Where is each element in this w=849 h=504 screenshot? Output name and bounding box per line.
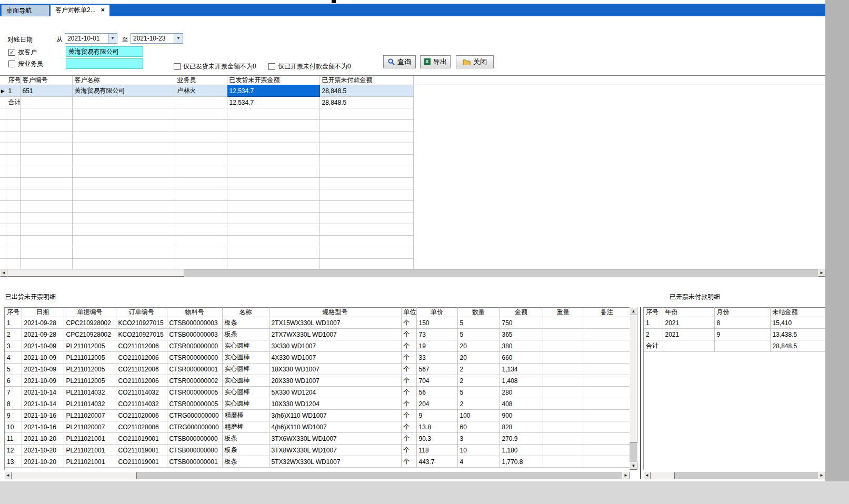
cell[interactable]: 9 xyxy=(5,410,22,421)
cell[interactable]: 13.8 xyxy=(416,421,457,433)
invoiced-hscrollbar[interactable]: ◄ ► xyxy=(643,472,825,479)
cell[interactable]: CTSB000000003 xyxy=(167,329,222,340)
cell[interactable]: CTSR000000000 xyxy=(167,340,222,352)
cell[interactable]: CTSR000000002 xyxy=(167,375,222,387)
cell[interactable]: 个 xyxy=(401,456,416,468)
cell[interactable]: CPC210928002 xyxy=(64,329,116,340)
cell[interactable]: 2021-10-14 xyxy=(22,398,64,410)
cell[interactable]: 2021-10-20 xyxy=(22,445,64,456)
table-row[interactable]: 12021815,410 xyxy=(644,317,825,329)
cell[interactable]: CTSB000000001 xyxy=(167,456,222,468)
cell[interactable] xyxy=(543,456,584,468)
table-row[interactable]: 102021-10-16PL211020007CO211020006CTRG00… xyxy=(5,421,630,433)
scrollbar-thumb[interactable] xyxy=(7,269,184,277)
cell[interactable]: PL211021001 xyxy=(64,445,116,456)
only-shipped-nonzero-checkbox[interactable]: 仅已发货未开票金额不为0 xyxy=(174,62,256,70)
shipped-vscrollbar[interactable]: ▲ ▼ xyxy=(630,307,637,470)
cell[interactable]: 19 xyxy=(416,340,457,352)
cell[interactable]: CO211012006 xyxy=(116,352,167,364)
cell[interactable] xyxy=(584,421,630,433)
cell[interactable]: 3TX6WX330L WD1007 xyxy=(269,433,401,445)
cell[interactable]: 2TX7WX330L WD1007 xyxy=(269,329,401,340)
cell[interactable]: 精磨棒 xyxy=(222,410,269,421)
close-icon[interactable]: × xyxy=(101,6,105,14)
cell[interactable]: 2021-10-20 xyxy=(22,433,64,445)
cell[interactable]: 5 xyxy=(457,387,500,398)
cell[interactable]: 个 xyxy=(401,387,416,398)
cell[interactable]: 黄海贸易有限公司 xyxy=(72,85,175,97)
cell[interactable]: CTSR000000000 xyxy=(167,352,222,364)
column-header[interactable]: 规格型号 xyxy=(269,308,401,317)
column-header[interactable]: 名称 xyxy=(222,308,269,317)
cell[interactable]: CO211012006 xyxy=(116,375,167,387)
cell[interactable]: 60 xyxy=(457,421,500,433)
export-button[interactable]: X 导出 xyxy=(420,55,451,68)
cell[interactable]: 1 xyxy=(5,317,22,329)
cell[interactable]: 卢林火 xyxy=(175,85,227,97)
cell[interactable] xyxy=(543,340,584,352)
cell[interactable]: 1 xyxy=(6,85,20,97)
salesman-name-input[interactable] xyxy=(66,58,143,69)
cell[interactable] xyxy=(543,375,584,387)
cell[interactable]: 73 xyxy=(416,329,457,340)
cell[interactable]: 28,848.5 xyxy=(770,340,825,352)
cell[interactable]: PL211012005 xyxy=(64,352,116,364)
cell[interactable]: 个 xyxy=(401,352,416,364)
cell[interactable]: 20 xyxy=(457,352,500,364)
cell[interactable]: 实心圆棒 xyxy=(222,352,269,364)
selected-cell[interactable]: 12,534.7 xyxy=(227,85,319,97)
cell[interactable] xyxy=(584,410,630,421)
cell[interactable]: 板条 xyxy=(222,445,269,456)
scroll-left-icon[interactable]: ◄ xyxy=(4,472,12,479)
cell[interactable]: 5 xyxy=(457,329,500,340)
cell[interactable]: 实心圆棒 xyxy=(222,364,269,375)
scrollbar-thumb[interactable] xyxy=(651,472,675,479)
column-header[interactable]: 日期 xyxy=(22,308,64,317)
cell[interactable]: CTRG000000000 xyxy=(167,421,222,433)
shipped-hscrollbar[interactable]: ◄ ► xyxy=(4,472,630,479)
cell[interactable]: CTSB000000003 xyxy=(167,317,222,329)
cell[interactable]: 个 xyxy=(401,364,416,375)
cell[interactable]: 13,438.5 xyxy=(770,329,825,340)
table-row[interactable]: 22021913,438.5 xyxy=(644,329,825,340)
tab-customer-statement[interactable]: 客户对帐单2...× xyxy=(51,5,109,16)
cell[interactable]: 567 xyxy=(416,364,457,375)
cell[interactable]: 1,770.8 xyxy=(500,456,543,468)
cell[interactable]: 660 xyxy=(500,352,543,364)
cell[interactable] xyxy=(584,329,630,340)
cell[interactable]: 5TX32WX330L WD1007 xyxy=(269,456,401,468)
cell[interactable]: 板条 xyxy=(222,433,269,445)
cell[interactable]: 9 xyxy=(714,329,770,340)
cell[interactable] xyxy=(584,433,630,445)
cell[interactable]: PL211014032 xyxy=(64,398,116,410)
cell[interactable]: 个 xyxy=(401,340,416,352)
cell[interactable]: 2021-10-16 xyxy=(22,410,64,421)
column-header[interactable]: 订单编号 xyxy=(116,308,167,317)
cell[interactable]: 10 xyxy=(457,445,500,456)
cell[interactable]: 1,408 xyxy=(500,375,543,387)
cell[interactable]: 10X330 WD1204 xyxy=(269,398,401,410)
date-from-select[interactable]: 2021-10-01 ▼ xyxy=(65,33,117,44)
cell[interactable]: KCO210927015 xyxy=(116,317,167,329)
cell[interactable] xyxy=(584,387,630,398)
column-header[interactable]: 单价 xyxy=(416,308,457,317)
column-header[interactable]: 单位 xyxy=(401,308,416,317)
table-row[interactable]: 22021-09-28CPC210928002KCO210927015CTSB0… xyxy=(5,329,630,340)
column-header[interactable]: 物料号 xyxy=(167,308,222,317)
cell[interactable]: CO211020006 xyxy=(116,421,167,433)
cell[interactable]: PL211021001 xyxy=(64,456,116,468)
cell[interactable]: 28,848.5 xyxy=(319,85,413,97)
scroll-right-icon[interactable]: ► xyxy=(818,269,825,277)
cell[interactable]: CTRG000000000 xyxy=(167,410,222,421)
cell[interactable] xyxy=(584,317,630,329)
cell[interactable]: 3 xyxy=(457,433,500,445)
cell[interactable]: 精磨棒 xyxy=(222,421,269,433)
cell[interactable]: 750 xyxy=(500,317,543,329)
cell[interactable]: 1 xyxy=(644,317,663,329)
cell[interactable]: CO211014032 xyxy=(116,387,167,398)
column-header[interactable]: 数量 xyxy=(457,308,500,317)
cell[interactable]: 2021-10-09 xyxy=(22,340,64,352)
scroll-down-icon[interactable]: ▼ xyxy=(630,462,637,470)
cell[interactable] xyxy=(543,433,584,445)
cell[interactable]: 个 xyxy=(401,410,416,421)
